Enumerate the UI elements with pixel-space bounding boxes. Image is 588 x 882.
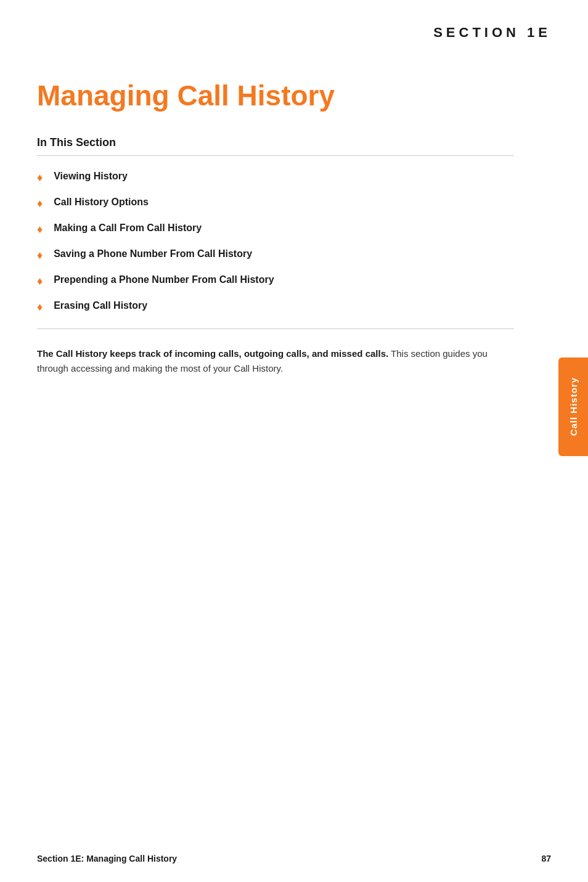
page-container: Section 1E Managing Call History In This… [0, 0, 588, 882]
footer-section-label: Section 1E: Managing Call History [37, 854, 177, 864]
bottom-divider [37, 329, 514, 329]
toc-list: ♦ Viewing History ♦ Call History Options… [37, 171, 514, 314]
side-tab-text: Call History [568, 377, 579, 436]
toc-item-label: Call History Options [54, 197, 149, 208]
footer-page-number: 87 [541, 854, 551, 864]
list-item: ♦ Viewing History [37, 171, 514, 184]
page-footer: Section 1E: Managing Call History 87 [37, 854, 551, 864]
page-title: Managing Call History [37, 80, 514, 112]
list-item: ♦ Call History Options [37, 197, 514, 210]
bullet-icon: ♦ [37, 275, 43, 288]
bullet-icon: ♦ [37, 171, 43, 184]
list-item: ♦ Prepending a Phone Number From Call Hi… [37, 274, 514, 288]
list-item: ♦ Erasing Call History [37, 300, 514, 314]
bullet-icon: ♦ [37, 197, 43, 210]
description-bold-intro: The Call History keeps track of incoming… [37, 348, 388, 359]
list-item: ♦ Making a Call From Call History [37, 223, 514, 236]
bullet-icon: ♦ [37, 223, 43, 236]
main-content: Managing Call History In This Section ♦ … [37, 80, 526, 376]
section-label: Section 1E [433, 25, 551, 41]
toc-item-label: Prepending a Phone Number From Call Hist… [54, 274, 274, 285]
in-this-section-heading: In This Section [37, 136, 514, 156]
toc-item-label: Making a Call From Call History [54, 223, 202, 234]
list-item: ♦ Saving a Phone Number From Call Histor… [37, 248, 514, 262]
toc-item-label: Saving a Phone Number From Call History [54, 248, 252, 259]
toc-item-label: Erasing Call History [54, 300, 147, 311]
bullet-icon: ♦ [37, 249, 43, 262]
toc-item-label: Viewing History [54, 171, 128, 182]
bullet-icon: ♦ [37, 301, 43, 314]
description-paragraph: The Call History keeps track of incoming… [37, 346, 514, 376]
side-tab: Call History [558, 357, 588, 456]
